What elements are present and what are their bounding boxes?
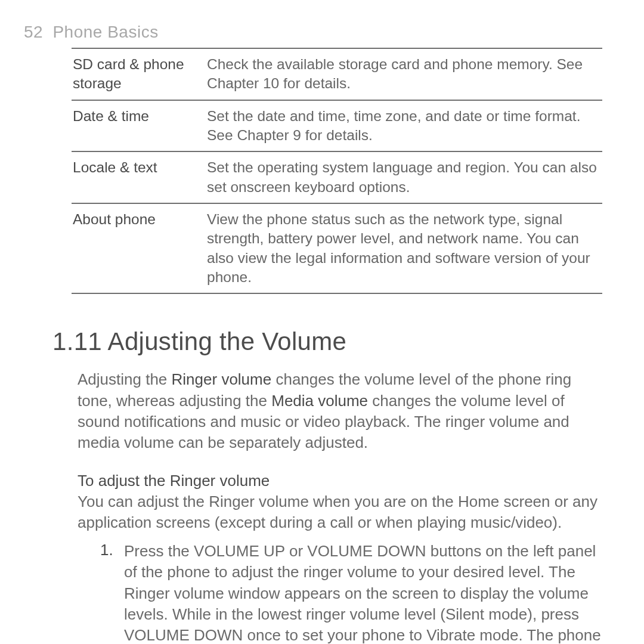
setting-desc: View the phone status such as the networ…	[206, 203, 602, 293]
section-name: Phone Basics	[52, 23, 158, 41]
table-row: SD card & phone storage Check the availa…	[72, 48, 602, 100]
step-number: 1.	[100, 541, 124, 644]
setting-desc: Check the available storage card and pho…	[206, 48, 602, 100]
setting-desc: Set the date and time, time zone, and da…	[206, 100, 602, 152]
setting-name: About phone	[72, 203, 206, 293]
table-row: Date & time Set the date and time, time …	[72, 100, 602, 152]
table-row: Locale & text Set the operating system l…	[72, 151, 602, 203]
setting-name: Locale & text	[72, 151, 206, 203]
settings-table: SD card & phone storage Check the availa…	[72, 48, 602, 294]
section-body: Adjusting the Ringer volume changes the …	[78, 369, 605, 644]
intro-bold: Ringer volume	[172, 370, 272, 388]
subsection-paragraph: You can adjust the Ringer volume when yo…	[78, 491, 605, 533]
setting-name: SD card & phone storage	[72, 48, 206, 100]
intro-bold: Media volume	[271, 392, 368, 410]
intro-text: Adjusting the	[78, 370, 172, 388]
subsection-heading: To adjust the Ringer volume	[78, 472, 605, 490]
step-text-pre: Press the VOLUME UP or VOLUME DOWN butto…	[124, 542, 601, 644]
step-text: Press the VOLUME UP or VOLUME DOWN butto…	[124, 541, 610, 644]
section-heading: 1.11 Adjusting the Volume	[52, 327, 609, 356]
table-row: About phone View the phone status such a…	[72, 203, 602, 293]
ordered-step: 1. Press the VOLUME UP or VOLUME DOWN bu…	[100, 541, 610, 644]
page-header: 52 Phone Basics	[24, 23, 609, 42]
intro-paragraph: Adjusting the Ringer volume changes the …	[78, 369, 605, 453]
page-number: 52	[24, 23, 43, 41]
setting-desc: Set the operating system language and re…	[206, 151, 602, 203]
setting-name: Date & time	[72, 100, 206, 152]
manual-page: 52 Phone Basics SD card & phone storage …	[0, 0, 644, 644]
